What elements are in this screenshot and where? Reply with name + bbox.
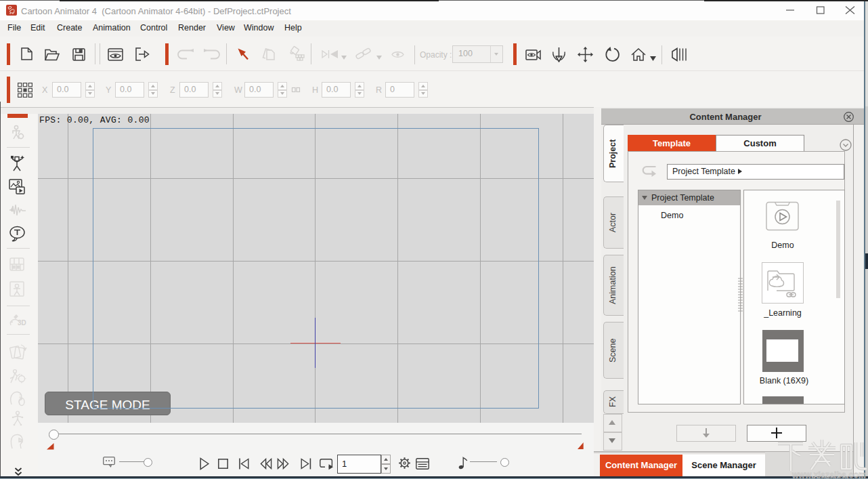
svg-text:www.xiazaiba.com: www.xiazaiba.com [791,470,866,479]
svg-text:3D: 3D [18,319,26,327]
svg-text:2: 2 [19,393,22,399]
